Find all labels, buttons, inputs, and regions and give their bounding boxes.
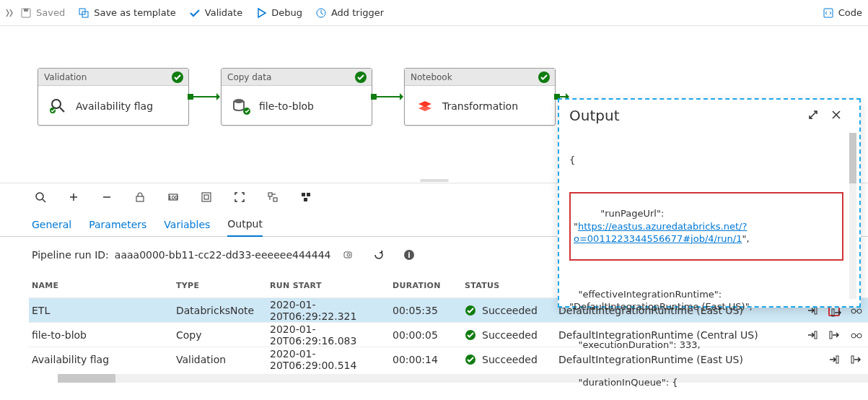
svg-rect-1 — [24, 9, 28, 12]
svg-point-37 — [857, 334, 862, 338]
success-icon — [465, 305, 476, 316]
svg-point-25 — [347, 253, 350, 256]
add-trigger-label: Add trigger — [331, 7, 384, 18]
lock-icon[interactable] — [134, 191, 147, 204]
runid-label: Pipeline run ID: — [32, 249, 109, 261]
saved-label: Saved — [36, 7, 65, 18]
cell-start: 2020-01-20T06:29:22.321 — [270, 299, 393, 322]
play-icon — [255, 7, 267, 19]
activity-validation[interactable]: Validation Availability flag — [38, 68, 189, 126]
json-line: "executionDuration": 333, — [569, 339, 843, 352]
cell-name: Availability flag — [32, 354, 176, 365]
validate-label: Validate — [205, 7, 242, 18]
activity-type-label: Notebook — [411, 72, 452, 82]
svg-rect-21 — [302, 193, 305, 196]
activity-type-label: Copy data — [227, 72, 271, 82]
svg-point-7 — [52, 100, 61, 108]
svg-rect-23 — [304, 198, 307, 201]
glasses-icon[interactable] — [850, 329, 862, 341]
refresh-icon[interactable] — [373, 249, 385, 261]
activity-name: Availability flag — [76, 100, 153, 112]
save-icon — [20, 7, 32, 19]
activity-notebook[interactable]: Notebook Transformation — [404, 68, 556, 126]
saved-indicator: Saved — [20, 7, 65, 19]
output-icon[interactable] — [850, 354, 862, 365]
code-label: Code — [838, 7, 862, 18]
svg-point-32 — [857, 309, 862, 313]
runpageurl-link[interactable]: https://eastus.azuredatabricks.net/?o=00… — [574, 221, 747, 245]
cell-name: ETL — [32, 305, 176, 316]
zoom-in-icon[interactable] — [68, 191, 81, 204]
fullscreen-icon[interactable] — [234, 191, 247, 204]
cell-name: file-to-blob — [32, 329, 176, 341]
cell-status: Succeeded — [482, 305, 538, 316]
auto-align-icon[interactable] — [267, 191, 280, 204]
copy-icon[interactable] — [343, 249, 354, 261]
success-icon — [465, 354, 476, 365]
collapse-icon[interactable] — [6, 9, 14, 17]
success-icon — [354, 71, 367, 84]
success-icon — [465, 329, 476, 341]
zoom-out-icon[interactable] — [101, 191, 114, 204]
databricks-icon — [415, 96, 435, 116]
activity-copy-data[interactable]: Copy data file-to-blob — [221, 68, 372, 126]
code-button[interactable]: Code — [823, 7, 862, 19]
runid-value: aaaa0000-bb11-cc22-dd33-eeeeee444444 — [115, 249, 331, 261]
json-line: "durationInQueue": { — [569, 376, 843, 389]
check-icon — [189, 7, 201, 19]
save-as-template-button[interactable]: Save as template — [78, 7, 176, 19]
col-status: STATUS — [465, 281, 558, 290]
success-icon — [171, 71, 184, 84]
activity-name: file-to-blob — [259, 100, 314, 112]
toolbar: Saved Save as template Validate Debug Ad… — [0, 0, 868, 26]
info-icon[interactable]: i — [403, 249, 415, 261]
fit-screen-icon[interactable] — [201, 191, 214, 204]
save-as-template-label: Save as template — [94, 7, 176, 18]
debug-button[interactable]: Debug — [255, 7, 302, 19]
tab-general[interactable]: General — [32, 219, 71, 236]
svg-rect-40 — [851, 356, 854, 363]
svg-point-10 — [234, 99, 244, 103]
vertical-scrollbar[interactable] — [849, 133, 856, 299]
add-trigger-button[interactable]: Add trigger — [315, 7, 384, 19]
code-icon — [823, 7, 834, 19]
highlighted-runpageurl: "runPageUrl": "https://eastus.azuredatab… — [569, 192, 843, 261]
magnifier-icon — [48, 96, 69, 116]
svg-rect-14 — [136, 196, 144, 201]
layout-icon[interactable] — [300, 191, 313, 204]
cell-duration: 00:00:14 — [393, 354, 465, 365]
output-json: { "runPageUrl": "https://eastus.azuredat… — [569, 129, 843, 400]
cell-start: 2020-01-20T06:29:16.083 — [270, 323, 393, 347]
json-line: "effectiveIntegrationRuntime": "DefaultI… — [569, 288, 843, 313]
tab-variables[interactable]: Variables — [164, 219, 210, 236]
cell-status: Succeeded — [482, 354, 538, 365]
template-icon — [78, 7, 89, 19]
close-icon[interactable] — [830, 109, 843, 122]
svg-rect-17 — [202, 193, 211, 201]
validate-button[interactable]: Validate — [189, 7, 242, 19]
svg-point-31 — [851, 309, 856, 313]
cell-duration: 00:00:05 — [393, 329, 465, 341]
zoom-reset-icon[interactable]: 100 — [167, 191, 180, 204]
cell-type: Copy — [176, 329, 270, 341]
tab-output[interactable]: Output — [227, 218, 263, 237]
tab-parameters[interactable]: Parameters — [89, 219, 146, 236]
svg-text:100: 100 — [168, 195, 177, 201]
cell-status: Succeeded — [482, 329, 538, 341]
resize-grip[interactable] — [420, 179, 449, 182]
svg-point-13 — [36, 193, 43, 200]
success-icon — [538, 71, 551, 84]
col-start: RUN START — [270, 281, 393, 290]
activity-name: Transformation — [442, 100, 518, 112]
svg-rect-18 — [204, 195, 209, 199]
svg-rect-19 — [268, 193, 272, 196]
search-icon[interactable] — [35, 191, 48, 204]
connector-1 — [189, 96, 219, 97]
cell-type: DatabricksNote — [176, 305, 270, 316]
activity-type-label: Validation — [44, 72, 87, 82]
col-duration: DURATION — [393, 281, 465, 290]
expand-icon[interactable] — [807, 109, 820, 122]
col-type: TYPE — [176, 281, 270, 290]
json-line: { — [569, 154, 843, 167]
output-panel: Output { "runPageUrl": "https://eastus.a… — [558, 98, 861, 308]
